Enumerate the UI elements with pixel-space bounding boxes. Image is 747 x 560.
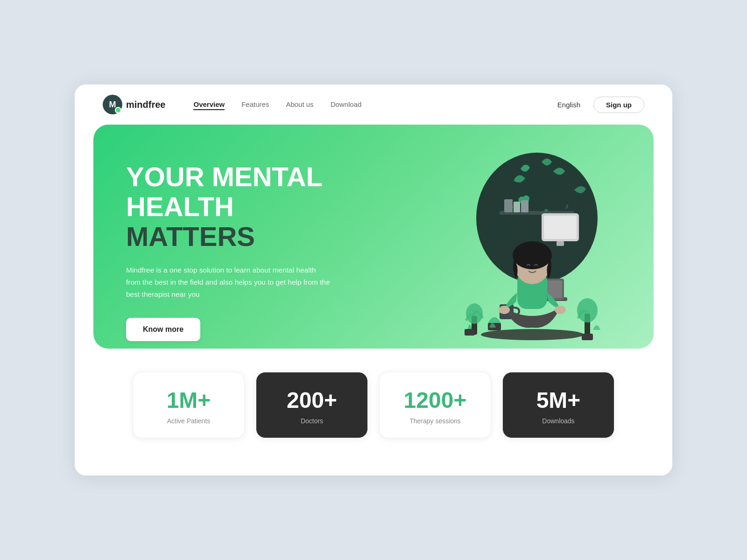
nav-links: Overview Features About us Download: [193, 100, 557, 109]
svg-rect-9: [514, 202, 520, 212]
stat-card-patients: 1M+ Active Patients: [133, 372, 245, 438]
svg-text:♪: ♪: [565, 202, 569, 210]
stat-label: Therapy sessions: [409, 417, 461, 425]
stat-card-doctors: 200+ Doctors: [256, 372, 368, 438]
stat-label: Downloads: [542, 417, 574, 425]
stat-number: 1200+: [404, 389, 467, 412]
svg-point-23: [513, 241, 552, 269]
hero-description: Mindfree is a one stop solution to learn…: [126, 264, 331, 300]
nav-features[interactable]: Features: [241, 100, 269, 108]
nav-right: English Sign up: [557, 97, 644, 113]
logo[interactable]: M mindfree: [103, 95, 165, 114]
signup-button[interactable]: Sign up: [593, 97, 644, 113]
nav-about[interactable]: About us: [286, 100, 313, 108]
hero-illustration: ♪ ♫: [439, 134, 626, 349]
svg-point-20: [499, 306, 510, 314]
stat-number: 5M+: [536, 389, 581, 412]
nav-download[interactable]: Download: [331, 100, 362, 108]
stat-label: Active Patients: [167, 417, 211, 425]
svg-rect-8: [504, 199, 513, 212]
nav-overview[interactable]: Overview: [193, 100, 225, 110]
know-more-button[interactable]: Know more: [126, 318, 200, 341]
svg-point-21: [555, 306, 566, 314]
hero-title: YOUR MENTAL HEALTH MATTERS: [126, 162, 369, 251]
svg-rect-30: [582, 334, 593, 340]
navbar: M mindfree Overview Features About us Do…: [75, 84, 672, 125]
page-wrapper: M mindfree Overview Features About us Do…: [75, 84, 672, 476]
stat-card-therapy: 1200+ Therapy sessions: [379, 372, 491, 438]
hero-content: YOUR MENTAL HEALTH MATTERS Mindfree is a…: [126, 153, 369, 341]
stat-label: Doctors: [301, 417, 323, 425]
stat-card-downloads: 5M+ Downloads: [502, 372, 614, 438]
stats-section: 1M+ Active Patients 200+ Doctors 1200+ T…: [75, 349, 672, 448]
svg-rect-27: [465, 329, 475, 336]
hero-section: YOUR MENTAL HEALTH MATTERS Mindfree is a…: [93, 125, 654, 349]
svg-point-18: [481, 329, 584, 340]
stat-number: 1M+: [167, 389, 211, 412]
svg-rect-12: [544, 216, 577, 239]
brand-name: mindfree: [126, 99, 165, 110]
stat-number: 200+: [287, 389, 337, 412]
svg-rect-13: [557, 241, 564, 246]
logo-icon: M: [103, 95, 122, 114]
svg-rect-10: [521, 200, 529, 212]
language-button[interactable]: English: [557, 101, 580, 109]
